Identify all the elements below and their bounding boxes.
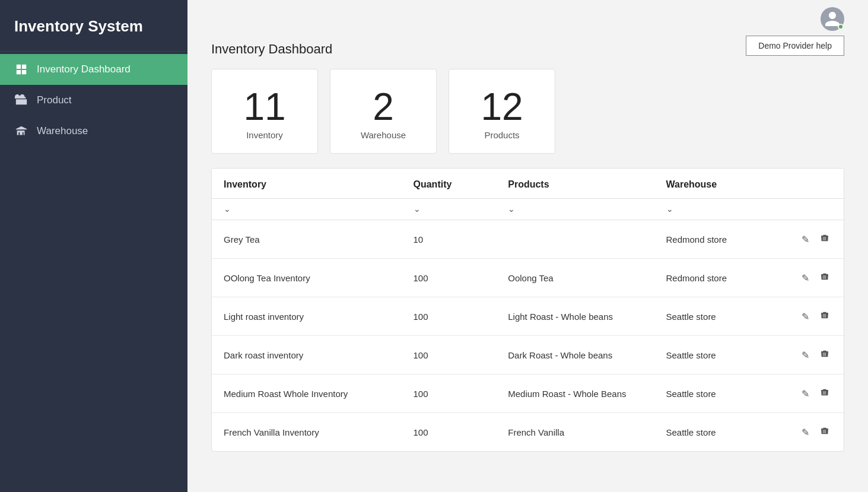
- delete-icon[interactable]: [818, 385, 832, 402]
- cell-actions: ✎: [781, 413, 844, 452]
- avatar-online-indicator: [838, 24, 844, 30]
- col-header-quantity: Quantity: [402, 169, 497, 199]
- sidebar-item-inventory-dashboard[interactable]: Inventory Dashboard: [0, 54, 187, 85]
- help-area: Demo Provider help: [746, 36, 844, 56]
- table-row: Medium Roast Whole Inventory 100 Medium …: [212, 374, 844, 413]
- cell-inventory: Grey Tea: [212, 220, 402, 259]
- cell-warehouse: Redmond store: [654, 220, 781, 259]
- delete-icon[interactable]: [818, 424, 832, 440]
- cell-quantity: 100: [402, 413, 497, 452]
- help-button[interactable]: Demo Provider help: [746, 36, 844, 56]
- cell-products: French Vanilla: [496, 413, 654, 452]
- cell-quantity: 100: [402, 374, 497, 413]
- products-filter-chevron[interactable]: ⌄: [508, 204, 515, 214]
- page-title: Inventory Dashboard: [211, 42, 332, 57]
- sidebar-nav: Inventory Dashboard Product Warehouse: [0, 54, 187, 147]
- inventory-filter-chevron[interactable]: ⌄: [224, 204, 231, 214]
- edit-icon[interactable]: ✎: [799, 270, 812, 286]
- stat-label: Inventory: [246, 130, 283, 140]
- sidebar-item-label: Warehouse: [37, 125, 88, 137]
- sidebar-title: Inventory System: [0, 0, 187, 52]
- table-row: French Vanilla Inventory 100 French Vani…: [212, 413, 844, 452]
- cell-actions: ✎: [781, 336, 844, 374]
- cell-inventory: Light roast inventory: [212, 297, 402, 336]
- sidebar-item-label: Product: [37, 94, 72, 106]
- table-row: OOlong Tea Inventory 100 Oolong Tea Redm…: [212, 259, 844, 297]
- edit-icon[interactable]: ✎: [799, 424, 812, 440]
- sidebar-item-label: Inventory Dashboard: [37, 64, 131, 75]
- cell-quantity: 100: [402, 297, 497, 336]
- col-header-inventory: Inventory: [212, 169, 402, 199]
- avatar[interactable]: [821, 7, 844, 31]
- stat-number: 12: [481, 86, 523, 128]
- stat-card-inventory: 11 Inventory: [211, 69, 318, 154]
- table-filter-row: ⌄ ⌄ ⌄ ⌄: [212, 199, 844, 220]
- col-header-products: Products: [496, 169, 654, 199]
- inventory-table-container: Inventory Quantity Products Warehouse ⌄ …: [211, 168, 844, 452]
- col-header-actions: [781, 169, 844, 199]
- edit-icon[interactable]: ✎: [799, 309, 812, 325]
- cell-products: Oolong Tea: [496, 259, 654, 297]
- cell-warehouse: Seattle store: [654, 413, 781, 452]
- inventory-table: Inventory Quantity Products Warehouse ⌄ …: [212, 169, 844, 451]
- cell-products: Light Roast - Whole beans: [496, 297, 654, 336]
- cell-actions: ✎: [781, 297, 844, 336]
- delete-icon[interactable]: [818, 308, 832, 325]
- cell-products: [496, 220, 654, 259]
- cell-actions: ✎: [781, 259, 844, 297]
- main-content: Inventory Dashboard Demo Provider help 1…: [187, 0, 868, 492]
- cell-warehouse: Seattle store: [654, 336, 781, 374]
- warehouse-icon: [14, 124, 28, 138]
- stat-label: Products: [484, 130, 519, 140]
- col-header-warehouse: Warehouse: [654, 169, 781, 199]
- product-icon: [14, 93, 28, 107]
- table-row: Grey Tea 10 Redmond store ✎: [212, 220, 844, 259]
- delete-icon[interactable]: [818, 347, 832, 363]
- top-bar: [211, 0, 844, 36]
- stat-label: Warehouse: [361, 130, 406, 140]
- cell-quantity: 100: [402, 259, 497, 297]
- table-row: Dark roast inventory 100 Dark Roast - Wh…: [212, 336, 844, 374]
- cell-products: Medium Roast - Whole Beans: [496, 374, 654, 413]
- cell-inventory: Dark roast inventory: [212, 336, 402, 374]
- delete-icon[interactable]: [818, 231, 832, 247]
- cell-inventory: French Vanilla Inventory: [212, 413, 402, 452]
- sidebar-item-warehouse[interactable]: Warehouse: [0, 116, 187, 147]
- sidebar: Inventory System Inventory Dashboard Pro…: [0, 0, 187, 492]
- cell-actions: ✎: [781, 374, 844, 413]
- edit-icon[interactable]: ✎: [799, 347, 812, 363]
- stat-number: 2: [373, 86, 394, 128]
- edit-icon[interactable]: ✎: [799, 386, 812, 402]
- page-header-row: Inventory Dashboard Demo Provider help: [211, 36, 844, 69]
- cell-products: Dark Roast - Whole beans: [496, 336, 654, 374]
- sidebar-item-product[interactable]: Product: [0, 85, 187, 116]
- stat-card-warehouse: 2 Warehouse: [330, 69, 437, 154]
- warehouse-filter-chevron[interactable]: ⌄: [666, 204, 673, 214]
- edit-icon[interactable]: ✎: [799, 231, 812, 247]
- cell-quantity: 10: [402, 220, 497, 259]
- stat-card-products: 12 Products: [449, 69, 555, 154]
- stats-row: 11 Inventory 2 Warehouse 12 Products: [211, 69, 844, 154]
- quantity-filter-chevron[interactable]: ⌄: [414, 204, 421, 214]
- cell-warehouse: Redmond store: [654, 259, 781, 297]
- cell-quantity: 100: [402, 336, 497, 374]
- table-header-row: Inventory Quantity Products Warehouse: [212, 169, 844, 199]
- cell-inventory: OOlong Tea Inventory: [212, 259, 402, 297]
- cell-warehouse: Seattle store: [654, 297, 781, 336]
- cell-actions: ✎: [781, 220, 844, 259]
- cell-warehouse: Seattle store: [654, 374, 781, 413]
- stat-number: 11: [243, 86, 285, 128]
- delete-icon[interactable]: [818, 269, 832, 286]
- cell-inventory: Medium Roast Whole Inventory: [212, 374, 402, 413]
- table-row: Light roast inventory 100 Light Roast - …: [212, 297, 844, 336]
- dashboard-icon: [14, 62, 28, 77]
